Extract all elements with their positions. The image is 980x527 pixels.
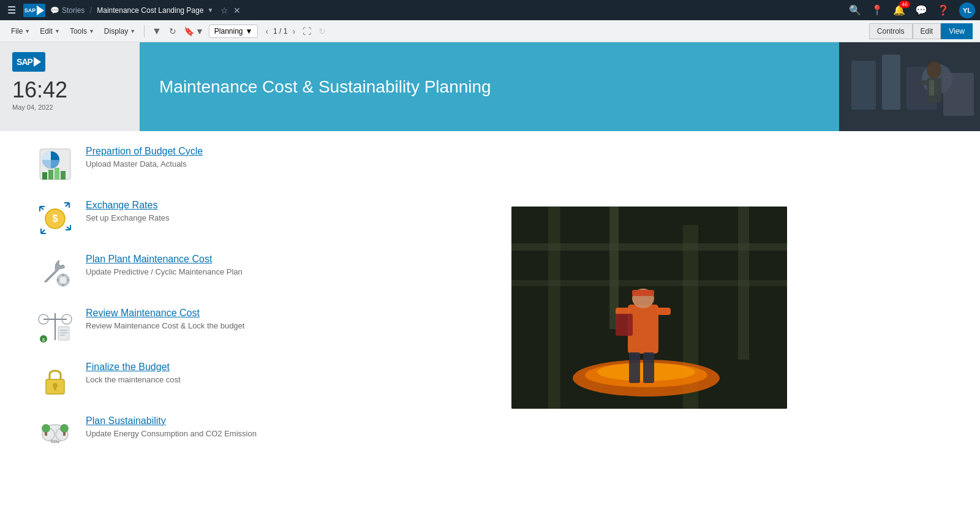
finalize-budget-svg bbox=[37, 362, 73, 398]
close-tab-icon[interactable]: ✕ bbox=[233, 6, 241, 15]
filter-icon[interactable]: ▼ bbox=[149, 23, 164, 39]
edit-menu-button[interactable]: Edit ▼ bbox=[36, 25, 64, 38]
menu-right bbox=[355, 146, 943, 469]
svg-rect-21 bbox=[62, 284, 64, 286]
tools-chevron-icon: ▼ bbox=[89, 28, 94, 34]
tools-menu-button[interactable]: Tools ▼ bbox=[66, 25, 98, 38]
help-icon[interactable]: ❓ bbox=[937, 4, 949, 16]
nav-page-title[interactable]: Maintenance Cost Landing Page ▼ bbox=[97, 6, 213, 15]
search-icon[interactable]: 🔍 bbox=[849, 4, 861, 16]
menu-item-plan-sustainability[interactable]: CO₂ Plan Sustainability Update Energy Co… bbox=[37, 415, 331, 452]
prev-page-button[interactable]: ‹ bbox=[263, 25, 271, 37]
svg-text:CO₂: CO₂ bbox=[51, 439, 59, 444]
exchange-rates-icon: $ bbox=[37, 200, 74, 237]
finalize-budget-icon bbox=[37, 362, 74, 398]
budget-cycle-desc: Upload Master Data, Actuals bbox=[86, 159, 203, 169]
file-menu-button[interactable]: File ▼ bbox=[7, 25, 34, 38]
file-chevron-icon: ▼ bbox=[24, 28, 30, 34]
chat-icon[interactable]: 💬 bbox=[915, 4, 927, 16]
toolbar-divider-1 bbox=[144, 25, 145, 37]
chevron-down-icon: ▼ bbox=[207, 7, 213, 13]
plan-maintenance-icon bbox=[37, 254, 74, 290]
page-indicator: 1 / 1 bbox=[273, 27, 287, 36]
controls-button[interactable]: Controls bbox=[869, 23, 913, 39]
menu-item-review-maintenance[interactable]: $ Review Maintenance Cost Review Mainten… bbox=[37, 308, 331, 344]
exchange-rates-link[interactable]: Exchange Rates bbox=[86, 200, 170, 211]
hamburger-menu[interactable]: ☰ bbox=[5, 4, 18, 16]
location-icon[interactable]: 📍 bbox=[871, 4, 883, 16]
refresh-status-icon[interactable]: ↻ bbox=[316, 24, 328, 39]
stories-link[interactable]: 💬 Stories bbox=[50, 6, 85, 15]
svg-point-42 bbox=[60, 424, 69, 433]
nav-right-icons: 🔍 📍 🔔 46 💬 ❓ YL bbox=[849, 2, 975, 18]
plan-maintenance-link[interactable]: Plan Plant Maintenance Cost bbox=[86, 254, 243, 265]
menu-item-finalize-budget[interactable]: Finalize the Budget Lock the maintenance… bbox=[37, 362, 331, 398]
svg-point-19 bbox=[59, 276, 67, 284]
sap-logo-main: SAP bbox=[12, 52, 45, 72]
top-navigation: ☰ SAP 💬 Stories / Maintenance Cost Landi… bbox=[0, 0, 980, 20]
finalize-budget-link[interactable]: Finalize the Budget bbox=[86, 362, 181, 373]
svg-rect-2 bbox=[882, 55, 900, 110]
header-image bbox=[839, 42, 980, 131]
svg-rect-15 bbox=[61, 171, 66, 180]
page-navigation: ‹ 1 / 1 › bbox=[263, 25, 298, 37]
svg-rect-60 bbox=[616, 314, 633, 336]
menu-section: Prepartion of Budget Cycle Upload Master… bbox=[0, 131, 980, 484]
edit-view-button[interactable]: Edit bbox=[913, 23, 941, 39]
sap-triangle-icon bbox=[37, 6, 44, 15]
svg-rect-46 bbox=[548, 207, 560, 409]
svg-rect-28 bbox=[58, 327, 69, 340]
notification-icon[interactable]: 🔔 46 bbox=[893, 4, 905, 16]
budget-cycle-link[interactable]: Prepartion of Budget Cycle bbox=[86, 146, 203, 157]
menu-item-budget-cycle[interactable]: Prepartion of Budget Cycle Upload Master… bbox=[37, 146, 331, 183]
bookmark-chevron-icon: ▼ bbox=[195, 26, 204, 36]
finalize-budget-text: Finalize the Budget Lock the maintenance… bbox=[86, 362, 181, 384]
plan-sustainability-icon: CO₂ bbox=[37, 415, 74, 452]
refresh-icon[interactable]: ↻ bbox=[167, 24, 179, 39]
header-center: Maintenance Cost & Sustainability Planni… bbox=[140, 42, 839, 131]
svg-text:$: $ bbox=[42, 337, 45, 343]
svg-point-6 bbox=[927, 61, 941, 78]
svg-rect-43 bbox=[63, 432, 66, 436]
plan-sustainability-svg: CO₂ bbox=[37, 416, 73, 452]
header-left: SAP 16:42 May 04, 2022 bbox=[0, 42, 140, 131]
svg-rect-13 bbox=[48, 170, 53, 180]
review-maintenance-desc: Review Maintenance Cost & Lock the budge… bbox=[86, 321, 244, 330]
view-button[interactable]: View bbox=[941, 23, 973, 39]
header-image-placeholder bbox=[839, 42, 980, 131]
svg-rect-12 bbox=[42, 172, 47, 180]
review-maintenance-svg: $ bbox=[37, 308, 73, 344]
next-page-button[interactable]: › bbox=[290, 25, 298, 37]
svg-rect-20 bbox=[62, 274, 64, 276]
sap-logo-nav[interactable]: SAP bbox=[23, 4, 45, 17]
industrial-image bbox=[511, 207, 787, 409]
industrial-scene-svg bbox=[511, 207, 787, 409]
planning-dropdown[interactable]: Planning ▼ bbox=[209, 25, 258, 38]
budget-cycle-svg bbox=[37, 146, 73, 182]
svg-rect-1 bbox=[851, 61, 876, 110]
svg-rect-61 bbox=[629, 352, 640, 383]
main-content: SAP 16:42 May 04, 2022 Maintenance Cost … bbox=[0, 42, 980, 527]
clock-date: May 04, 2022 bbox=[12, 104, 53, 111]
header-title: Maintenance Cost & Sustainability Planni… bbox=[159, 77, 491, 97]
menu-item-plan-maintenance[interactable]: Plan Plant Maintenance Cost Update Predi… bbox=[37, 254, 331, 290]
exchange-rates-text: Exchange Rates Set up Exchange Rates bbox=[86, 200, 170, 222]
menu-item-exchange-rates[interactable]: $ Exchange Rates Set up Exchange Rates bbox=[37, 200, 331, 237]
finalize-budget-desc: Lock the maintenance cost bbox=[86, 375, 181, 384]
user-avatar[interactable]: YL bbox=[959, 2, 975, 18]
plan-sustainability-link[interactable]: Plan Sustainability bbox=[86, 415, 257, 427]
header-machinery-svg bbox=[839, 42, 980, 131]
svg-rect-23 bbox=[67, 279, 69, 281]
review-maintenance-text: Review Maintenance Cost Review Maintenan… bbox=[86, 308, 244, 330]
svg-rect-41 bbox=[45, 432, 47, 436]
expand-icon[interactable]: ⛶ bbox=[300, 24, 314, 39]
notification-badge: 46 bbox=[899, 1, 910, 8]
favorite-star-icon[interactable]: ☆ bbox=[221, 6, 228, 15]
bookmark-icon[interactable]: 🔖 ▼ bbox=[181, 24, 206, 39]
svg-rect-5 bbox=[943, 73, 974, 116]
review-maintenance-link[interactable]: Review Maintenance Cost bbox=[86, 308, 244, 319]
display-menu-button[interactable]: Display ▼ bbox=[100, 25, 139, 38]
svg-point-40 bbox=[42, 424, 50, 433]
plan-maintenance-desc: Update Predictive / Cyclic Maintenance P… bbox=[86, 267, 243, 276]
svg-rect-51 bbox=[511, 280, 787, 286]
